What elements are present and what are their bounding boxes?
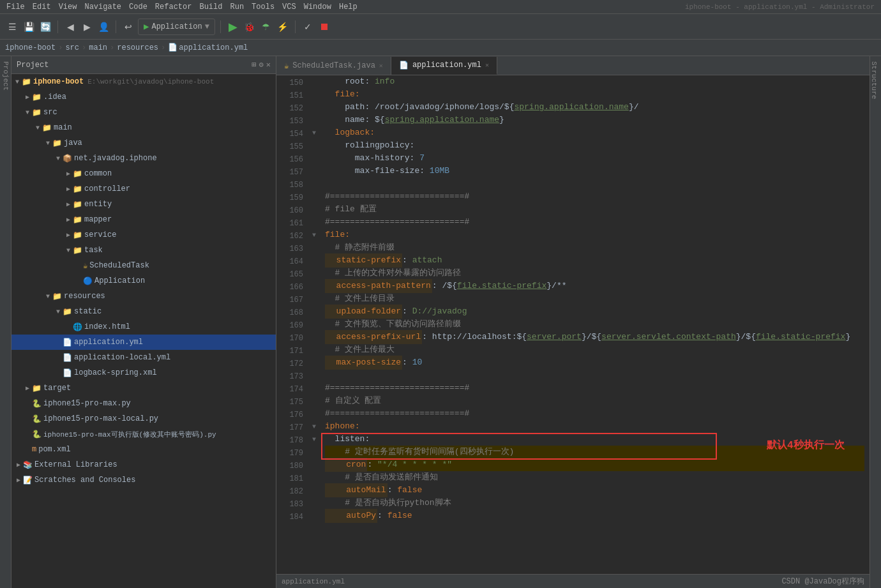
breadcrumb-main[interactable]: main <box>89 43 107 52</box>
tree-item-idea[interactable]: ▶ 📁 .idea <box>11 89 276 105</box>
collapse-all-icon[interactable]: ⊞ <box>252 60 256 70</box>
menu-vcs[interactable]: VCS <box>278 3 300 11</box>
ln-158: 158 <box>276 179 303 192</box>
code-line-165: # 上传的文件对外暴露的访问路径 <box>325 267 864 280</box>
structure-vertical-label[interactable]: Structure <box>870 56 878 104</box>
menu-navigate[interactable]: Navigate <box>80 3 125 11</box>
tree-item-entity[interactable]: ▶ 📁 entity <box>11 197 276 212</box>
project-vertical-label[interactable]: Project <box>2 56 10 96</box>
package-icon: 📦 <box>63 154 72 163</box>
profile-button[interactable]: ⚡ <box>276 20 290 34</box>
run-config-selector[interactable]: ▶ Application ▼ <box>138 19 215 35</box>
breadcrumb-src[interactable]: src <box>65 43 79 52</box>
tree-item-java[interactable]: ▼ 📁 java <box>11 135 276 151</box>
tree-item-target[interactable]: ▶ 📁 target <box>11 381 276 396</box>
menu-tools[interactable]: Tools <box>248 3 278 11</box>
tree-item-index[interactable]: 🌐 index.html <box>11 319 276 335</box>
menu-view[interactable]: View <box>55 3 81 11</box>
tree-item-mapper[interactable]: ▶ 📁 mapper <box>11 212 276 227</box>
menu-code[interactable]: Code <box>125 3 151 11</box>
java-label: java <box>64 139 82 147</box>
toolbar-back-btn[interactable]: ◀ <box>63 20 77 34</box>
tab-scheduledtask[interactable]: ☕ ScheduledTask.java ✕ <box>276 57 391 75</box>
menu-file[interactable]: File <box>3 3 29 11</box>
breadcrumb-resources[interactable]: resources <box>117 43 158 52</box>
toolbar-sync-btn[interactable]: 🔄 <box>38 20 52 34</box>
tree-item-controller[interactable]: ▶ 📁 controller <box>11 181 276 197</box>
tree-item-task[interactable]: ▼ 📁 task <box>11 243 276 258</box>
tree-item-scratches[interactable]: ▶ 📝 Scratches and Consoles <box>11 472 276 488</box>
tree-item-resources[interactable]: ▼ 📁 resources <box>11 289 276 304</box>
tab-scheduledtask-close[interactable]: ✕ <box>379 62 383 70</box>
static-arrow: ▼ <box>54 308 63 315</box>
gutter-155 <box>308 139 320 152</box>
menu-window[interactable]: Window <box>300 3 335 11</box>
menu-refactor[interactable]: Refactor <box>151 3 196 11</box>
tree-item-main[interactable]: ▼ 📁 main <box>11 120 276 135</box>
static-icon: 📁 <box>63 307 72 317</box>
tree-item-service[interactable]: ▶ 📁 service <box>11 227 276 243</box>
breadcrumb-project[interactable]: iphone-boot <box>5 43 56 52</box>
gutter-158 <box>308 177 320 190</box>
gutter-169 <box>308 318 320 331</box>
gutter-173 <box>308 369 320 382</box>
menu-run[interactable]: Run <box>226 3 248 11</box>
tree-item-py2[interactable]: 🐍 iphone15-pro-max-local.py <box>11 411 276 426</box>
tree-item-py3[interactable]: 🐍 iphone15-pro-max可执行版(修改其中账号密码).py <box>11 426 276 442</box>
logback-label: logback-spring.xml <box>74 368 157 377</box>
toolbar-save-btn[interactable]: 💾 <box>22 20 36 34</box>
tree-item-logback[interactable]: 📄 logback-spring.xml <box>11 365 276 381</box>
coverage-button[interactable]: ☂ <box>259 20 273 34</box>
tree-item-application-local[interactable]: 📄 application-local.yml <box>11 350 276 365</box>
debug-button[interactable]: 🐞 <box>243 20 257 34</box>
gutter-182 <box>308 484 320 497</box>
service-icon: 📁 <box>73 230 82 240</box>
editor-panel: ☕ ScheduledTask.java ✕ 📄 application.yml… <box>276 56 870 588</box>
run-button[interactable]: ▶ <box>226 20 240 34</box>
tree-item-pom[interactable]: m pom.xml <box>11 442 276 457</box>
project-tree: ▼ 📁 iphone-boot E:\workgit\javadog\iphon… <box>11 74 276 588</box>
toolbar-menu-btn[interactable]: ☰ <box>5 20 19 34</box>
commit-button[interactable]: ✓ <box>301 20 315 34</box>
tree-item-root[interactable]: ▼ 📁 iphone-boot E:\workgit\javadog\iphon… <box>11 74 276 89</box>
tree-item-py1[interactable]: 🐍 iphone15-pro-max.py <box>11 396 276 411</box>
menu-edit[interactable]: Edit <box>29 3 55 11</box>
breadcrumb-file[interactable]: application.yml <box>179 43 248 52</box>
tree-item-package[interactable]: ▼ 📦 net.javadog.iphone <box>11 151 276 166</box>
package-label: net.javadog.iphone <box>74 154 157 163</box>
gutter-177[interactable]: ▼ <box>308 420 320 433</box>
code-line-160: # file 配置 <box>325 203 864 216</box>
tab-appyml-close[interactable]: ✕ <box>485 61 489 69</box>
controller-arrow: ▶ <box>64 185 73 193</box>
stop-button[interactable]: ⏹ <box>317 20 331 34</box>
tree-item-application-yml[interactable]: 📄 application.yml <box>11 335 276 350</box>
tree-item-static[interactable]: ▼ 📁 static <box>11 304 276 319</box>
tree-item-application[interactable]: 🔵 Application <box>11 273 276 289</box>
gutter-162[interactable]: ▼ <box>308 229 320 241</box>
tab-application-yml[interactable]: 📄 application.yml ✕ <box>391 57 497 75</box>
close-panel-icon[interactable]: ✕ <box>266 60 271 70</box>
toolbar-undo-btn[interactable]: ↩ <box>121 20 135 34</box>
settings-icon[interactable]: ⚙ <box>259 60 264 70</box>
ln-154: 154 <box>276 128 303 140</box>
tree-item-src[interactable]: ▼ 📁 src <box>11 105 276 120</box>
extlibs-arrow: ▶ <box>14 461 23 469</box>
tree-item-common[interactable]: ▶ 📁 common <box>11 166 276 181</box>
toolbar-user-btn[interactable]: 👤 <box>96 20 110 34</box>
tree-item-ext-libs[interactable]: ▶ 📚 External Libraries <box>11 457 276 472</box>
menu-help[interactable]: Help <box>335 3 361 11</box>
code-line-152: path: /root/javadog/iphone/logs/${spring… <box>325 101 864 114</box>
menu-build[interactable]: Build <box>195 3 226 11</box>
target-icon: 📁 <box>32 384 41 393</box>
main-label: main <box>54 123 72 132</box>
gutter-154[interactable]: ▼ <box>308 126 320 139</box>
ln-156: 156 <box>276 153 303 166</box>
target-arrow: ▶ <box>23 384 32 392</box>
code-content[interactable]: root: info file: path: /root/javadog/iph… <box>320 75 870 574</box>
gutter-178[interactable]: ▼ <box>308 433 320 446</box>
resources-arrow: ▼ <box>43 293 52 300</box>
tree-item-scheduledtask[interactable]: ☕ ScheduledTask <box>11 258 276 273</box>
ln-163: 163 <box>276 243 303 255</box>
toolbar-forward-btn[interactable]: ▶ <box>80 20 94 34</box>
py1-label: iphone15-pro-max.py <box>43 399 131 408</box>
